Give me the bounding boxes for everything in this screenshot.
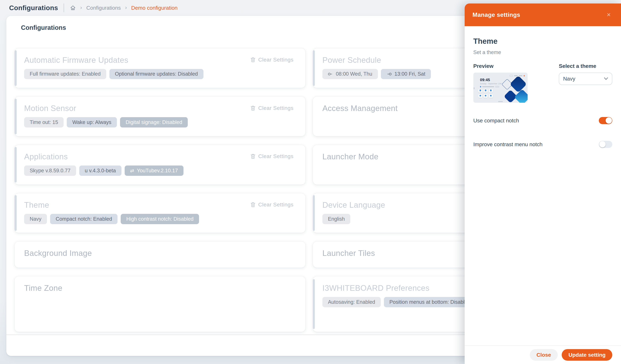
trash-icon <box>250 153 256 159</box>
section-subtitle: Set a theme <box>473 50 612 55</box>
breadcrumb: › Configurations › Demo configuration <box>70 5 178 11</box>
badge-label: Wake up: Always <box>72 119 111 125</box>
badge-label: Compact notch: Enabled <box>56 216 112 222</box>
clear-settings-label: Clear Settings <box>258 105 293 111</box>
preview-app-tiles <box>478 89 493 98</box>
clear-settings-button[interactable]: Clear Settings <box>248 56 296 63</box>
compact-notch-label: Use compact notch <box>473 117 519 124</box>
setting-badge: 13:00 Fri, Sat <box>381 69 431 79</box>
trash-icon <box>250 105 256 111</box>
contrast-menu-notch-label: Improve contrast menu notch <box>473 141 542 148</box>
compact-notch-toggle[interactable] <box>599 117 612 124</box>
setting-badge: Compact notch: Enabled <box>50 214 118 224</box>
divider <box>64 3 64 12</box>
top-bar: Configurations › Configurations › Demo c… <box>0 0 465 16</box>
clear-settings-button[interactable]: Clear Settings <box>248 201 296 208</box>
preview-side-handle <box>474 87 474 89</box>
clear-settings-button[interactable]: Clear Settings <box>248 153 296 160</box>
badge-label: u v.4.3.0-beta <box>85 168 116 174</box>
setting-badge: Skype v.8.59.0.77 <box>24 165 76 176</box>
card-title: Background Image <box>24 248 296 258</box>
theme-select-value: Navy <box>563 76 575 82</box>
screen: Configurations › Configurations › Demo c… <box>0 0 621 364</box>
close-icon[interactable]: × <box>604 11 613 18</box>
badge-label: 13:00 Fri, Sat <box>394 71 425 77</box>
home-icon[interactable] <box>70 5 76 11</box>
select-theme-label: Select a theme <box>559 63 612 69</box>
theme-select[interactable]: Navy <box>559 73 612 85</box>
card-time-zone[interactable]: Time Zone <box>15 276 305 332</box>
badge-label: Full firmware updates: Enabled <box>30 71 101 77</box>
setting-badge: Position menus at bottom: Disabled <box>384 297 476 307</box>
badge-label: High contrast notch: Disabled <box>126 216 193 222</box>
contrast-menu-notch-toggle[interactable] <box>599 141 612 148</box>
preview-statusbar <box>510 75 525 77</box>
settings-badges: Skype v.8.59.0.77u v.4.3.0-beta⇄YouTubev… <box>24 165 183 176</box>
setting-badge: English <box>322 214 350 224</box>
preview-notification <box>480 86 499 88</box>
update-setting-button[interactable]: Update setting <box>562 349 612 361</box>
badge-label: Position menus at bottom: Disabled <box>389 299 470 305</box>
settings-badges: Full firmware updates: EnabledOptional f… <box>24 69 203 79</box>
theme-preview-image: 09:45 Sunday - September 13th <box>473 73 528 103</box>
badge-label: Optional firmware updates: Disabled <box>115 71 198 77</box>
preview-dock <box>498 101 503 102</box>
preview-date: Sunday - September 13th <box>480 83 501 85</box>
settings-badges: NavyCompact notch: EnabledHigh contrast … <box>24 214 199 224</box>
clear-settings-button[interactable]: Clear Settings <box>248 104 296 112</box>
badge-label: English <box>328 216 345 222</box>
drawer-title: Manage settings <box>473 11 520 18</box>
setting-badge: Navy <box>24 214 47 224</box>
swap-icon: ⇄ <box>130 168 134 173</box>
clear-settings-label: Clear Settings <box>258 153 293 159</box>
card-background-image[interactable]: Background Image <box>15 241 305 268</box>
breadcrumb-configurations[interactable]: Configurations <box>86 5 121 11</box>
close-button[interactable]: Close <box>530 349 558 361</box>
badge-label: Time out: 15 <box>30 119 58 125</box>
settings-badges: Autosaving: EnabledPosition menus at bot… <box>322 297 476 307</box>
settings-badges: 08:00 Wed, Thu13:00 Fri, Sat <box>322 69 431 79</box>
drawer-footer: Close Update setting <box>465 346 621 364</box>
setting-badge: Full firmware updates: Enabled <box>24 69 106 79</box>
badge-label: 08:00 Wed, Thu <box>336 71 372 77</box>
drawer-body: Theme Set a theme Preview 09:45 Sunday -… <box>465 26 621 346</box>
power-off-icon <box>386 72 392 76</box>
badge-label: Autosaving: Enabled <box>328 299 375 305</box>
trash-icon <box>250 57 256 63</box>
preview-decor-diamond-gradient <box>514 89 528 103</box>
setting-badge: Autosaving: Enabled <box>322 297 381 307</box>
app-title: Configurations <box>9 4 58 12</box>
card-theme[interactable]: ThemeClear SettingsNavyCompact notch: En… <box>15 193 305 233</box>
chevron-right-icon: › <box>80 5 82 10</box>
setting-badge: Digital signage: Disabled <box>120 117 188 128</box>
badge-label: Skype v.8.59.0.77 <box>30 168 70 174</box>
settings-badges: English <box>322 214 350 224</box>
drawer-header: Manage settings × <box>465 3 621 26</box>
clear-settings-label: Clear Settings <box>258 57 293 63</box>
badge-label: Navy <box>30 216 41 222</box>
preview-label: Preview <box>473 63 528 69</box>
chevron-right-icon: › <box>125 5 127 10</box>
power-on-icon <box>328 72 333 76</box>
card-motion-sensor[interactable]: Motion SensorClear SettingsTime out: 15W… <box>15 97 305 136</box>
card-title: Time Zone <box>24 283 296 293</box>
breadcrumb-demo-configuration[interactable]: Demo configuration <box>131 5 177 11</box>
badge-label: Digital signage: Disabled <box>126 119 182 125</box>
setting-badge: u v.4.3.0-beta <box>79 165 121 176</box>
setting-badge: Wake up: Always <box>67 117 117 128</box>
preview-clock: 09:45 <box>480 78 490 82</box>
setting-badge: High contrast notch: Disabled <box>121 214 199 224</box>
card-applications[interactable]: ApplicationsClear SettingsSkype v.8.59.0… <box>15 145 305 184</box>
trash-icon <box>250 202 256 207</box>
preview-decor-diamond-navy <box>510 75 527 93</box>
chevron-down-icon <box>604 77 608 80</box>
setting-badge: ⇄YouTubev.2.10.17 <box>125 165 184 176</box>
clear-settings-label: Clear Settings <box>258 201 293 208</box>
section-title: Theme <box>473 37 612 46</box>
setting-badge: Time out: 15 <box>24 117 64 128</box>
card-automatic-firmware-updates[interactable]: Automatic Firmware UpdatesClear Settings… <box>15 48 305 88</box>
settings-badges: Time out: 15Wake up: AlwaysDigital signa… <box>24 117 188 128</box>
manage-settings-drawer: Manage settings × Theme Set a theme Prev… <box>465 3 621 364</box>
setting-badge: Optional firmware updates: Disabled <box>109 69 204 79</box>
badge-label: YouTubev.2.10.17 <box>137 168 178 174</box>
